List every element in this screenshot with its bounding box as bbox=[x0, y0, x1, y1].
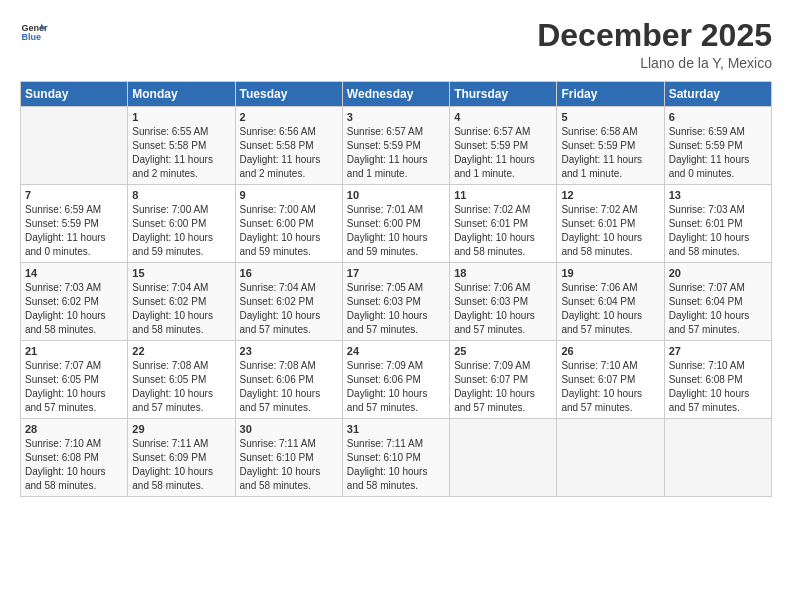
day-info: Sunrise: 7:07 AM Sunset: 6:05 PM Dayligh… bbox=[25, 359, 123, 415]
day-cell bbox=[21, 107, 128, 185]
day-cell: 2Sunrise: 6:56 AM Sunset: 5:58 PM Daylig… bbox=[235, 107, 342, 185]
col-header-sunday: Sunday bbox=[21, 82, 128, 107]
day-info: Sunrise: 7:03 AM Sunset: 6:01 PM Dayligh… bbox=[669, 203, 767, 259]
day-number: 5 bbox=[561, 111, 659, 123]
day-number: 27 bbox=[669, 345, 767, 357]
header: General Blue December 2025 Llano de la Y… bbox=[20, 18, 772, 71]
day-cell: 13Sunrise: 7:03 AM Sunset: 6:01 PM Dayli… bbox=[664, 185, 771, 263]
col-header-friday: Friday bbox=[557, 82, 664, 107]
day-info: Sunrise: 7:06 AM Sunset: 6:03 PM Dayligh… bbox=[454, 281, 552, 337]
day-cell: 28Sunrise: 7:10 AM Sunset: 6:08 PM Dayli… bbox=[21, 419, 128, 497]
day-number: 2 bbox=[240, 111, 338, 123]
day-cell: 26Sunrise: 7:10 AM Sunset: 6:07 PM Dayli… bbox=[557, 341, 664, 419]
day-cell: 14Sunrise: 7:03 AM Sunset: 6:02 PM Dayli… bbox=[21, 263, 128, 341]
day-info: Sunrise: 7:01 AM Sunset: 6:00 PM Dayligh… bbox=[347, 203, 445, 259]
day-cell: 24Sunrise: 7:09 AM Sunset: 6:06 PM Dayli… bbox=[342, 341, 449, 419]
day-cell: 19Sunrise: 7:06 AM Sunset: 6:04 PM Dayli… bbox=[557, 263, 664, 341]
day-number: 4 bbox=[454, 111, 552, 123]
day-cell: 15Sunrise: 7:04 AM Sunset: 6:02 PM Dayli… bbox=[128, 263, 235, 341]
day-number: 26 bbox=[561, 345, 659, 357]
day-info: Sunrise: 7:02 AM Sunset: 6:01 PM Dayligh… bbox=[561, 203, 659, 259]
calendar-page: General Blue December 2025 Llano de la Y… bbox=[0, 0, 792, 612]
day-number: 20 bbox=[669, 267, 767, 279]
day-number: 11 bbox=[454, 189, 552, 201]
day-info: Sunrise: 7:09 AM Sunset: 6:07 PM Dayligh… bbox=[454, 359, 552, 415]
week-row-2: 7Sunrise: 6:59 AM Sunset: 5:59 PM Daylig… bbox=[21, 185, 772, 263]
location: Llano de la Y, Mexico bbox=[537, 55, 772, 71]
day-number: 12 bbox=[561, 189, 659, 201]
day-number: 18 bbox=[454, 267, 552, 279]
day-cell: 21Sunrise: 7:07 AM Sunset: 6:05 PM Dayli… bbox=[21, 341, 128, 419]
header-row: SundayMondayTuesdayWednesdayThursdayFrid… bbox=[21, 82, 772, 107]
day-number: 1 bbox=[132, 111, 230, 123]
day-info: Sunrise: 6:59 AM Sunset: 5:59 PM Dayligh… bbox=[669, 125, 767, 181]
day-number: 14 bbox=[25, 267, 123, 279]
day-number: 17 bbox=[347, 267, 445, 279]
day-info: Sunrise: 7:10 AM Sunset: 6:07 PM Dayligh… bbox=[561, 359, 659, 415]
day-info: Sunrise: 7:02 AM Sunset: 6:01 PM Dayligh… bbox=[454, 203, 552, 259]
day-cell: 16Sunrise: 7:04 AM Sunset: 6:02 PM Dayli… bbox=[235, 263, 342, 341]
day-cell: 4Sunrise: 6:57 AM Sunset: 5:59 PM Daylig… bbox=[450, 107, 557, 185]
day-info: Sunrise: 7:00 AM Sunset: 6:00 PM Dayligh… bbox=[132, 203, 230, 259]
day-number: 9 bbox=[240, 189, 338, 201]
day-number: 19 bbox=[561, 267, 659, 279]
day-number: 30 bbox=[240, 423, 338, 435]
week-row-4: 21Sunrise: 7:07 AM Sunset: 6:05 PM Dayli… bbox=[21, 341, 772, 419]
month-title: December 2025 bbox=[537, 18, 772, 53]
day-info: Sunrise: 7:08 AM Sunset: 6:05 PM Dayligh… bbox=[132, 359, 230, 415]
col-header-wednesday: Wednesday bbox=[342, 82, 449, 107]
col-header-monday: Monday bbox=[128, 82, 235, 107]
day-cell: 22Sunrise: 7:08 AM Sunset: 6:05 PM Dayli… bbox=[128, 341, 235, 419]
day-info: Sunrise: 7:03 AM Sunset: 6:02 PM Dayligh… bbox=[25, 281, 123, 337]
day-info: Sunrise: 7:04 AM Sunset: 6:02 PM Dayligh… bbox=[132, 281, 230, 337]
day-number: 25 bbox=[454, 345, 552, 357]
day-number: 13 bbox=[669, 189, 767, 201]
day-cell: 9Sunrise: 7:00 AM Sunset: 6:00 PM Daylig… bbox=[235, 185, 342, 263]
day-info: Sunrise: 6:57 AM Sunset: 5:59 PM Dayligh… bbox=[454, 125, 552, 181]
day-number: 7 bbox=[25, 189, 123, 201]
col-header-thursday: Thursday bbox=[450, 82, 557, 107]
day-number: 23 bbox=[240, 345, 338, 357]
title-block: December 2025 Llano de la Y, Mexico bbox=[537, 18, 772, 71]
day-info: Sunrise: 6:55 AM Sunset: 5:58 PM Dayligh… bbox=[132, 125, 230, 181]
day-cell: 12Sunrise: 7:02 AM Sunset: 6:01 PM Dayli… bbox=[557, 185, 664, 263]
day-cell: 29Sunrise: 7:11 AM Sunset: 6:09 PM Dayli… bbox=[128, 419, 235, 497]
day-info: Sunrise: 7:00 AM Sunset: 6:00 PM Dayligh… bbox=[240, 203, 338, 259]
day-info: Sunrise: 7:08 AM Sunset: 6:06 PM Dayligh… bbox=[240, 359, 338, 415]
day-info: Sunrise: 6:57 AM Sunset: 5:59 PM Dayligh… bbox=[347, 125, 445, 181]
day-cell: 18Sunrise: 7:06 AM Sunset: 6:03 PM Dayli… bbox=[450, 263, 557, 341]
day-number: 15 bbox=[132, 267, 230, 279]
day-info: Sunrise: 7:11 AM Sunset: 6:10 PM Dayligh… bbox=[347, 437, 445, 493]
day-number: 28 bbox=[25, 423, 123, 435]
day-cell: 5Sunrise: 6:58 AM Sunset: 5:59 PM Daylig… bbox=[557, 107, 664, 185]
day-cell: 25Sunrise: 7:09 AM Sunset: 6:07 PM Dayli… bbox=[450, 341, 557, 419]
day-number: 16 bbox=[240, 267, 338, 279]
day-number: 29 bbox=[132, 423, 230, 435]
day-cell bbox=[450, 419, 557, 497]
calendar-table: SundayMondayTuesdayWednesdayThursdayFrid… bbox=[20, 81, 772, 497]
day-info: Sunrise: 7:10 AM Sunset: 6:08 PM Dayligh… bbox=[669, 359, 767, 415]
day-number: 31 bbox=[347, 423, 445, 435]
day-number: 6 bbox=[669, 111, 767, 123]
week-row-3: 14Sunrise: 7:03 AM Sunset: 6:02 PM Dayli… bbox=[21, 263, 772, 341]
svg-text:Blue: Blue bbox=[21, 32, 41, 42]
day-info: Sunrise: 6:56 AM Sunset: 5:58 PM Dayligh… bbox=[240, 125, 338, 181]
day-number: 3 bbox=[347, 111, 445, 123]
week-row-1: 1Sunrise: 6:55 AM Sunset: 5:58 PM Daylig… bbox=[21, 107, 772, 185]
week-row-5: 28Sunrise: 7:10 AM Sunset: 6:08 PM Dayli… bbox=[21, 419, 772, 497]
logo-icon: General Blue bbox=[20, 18, 48, 46]
day-info: Sunrise: 7:11 AM Sunset: 6:09 PM Dayligh… bbox=[132, 437, 230, 493]
day-info: Sunrise: 7:07 AM Sunset: 6:04 PM Dayligh… bbox=[669, 281, 767, 337]
day-cell: 27Sunrise: 7:10 AM Sunset: 6:08 PM Dayli… bbox=[664, 341, 771, 419]
day-number: 21 bbox=[25, 345, 123, 357]
day-cell: 31Sunrise: 7:11 AM Sunset: 6:10 PM Dayli… bbox=[342, 419, 449, 497]
col-header-tuesday: Tuesday bbox=[235, 82, 342, 107]
day-cell: 7Sunrise: 6:59 AM Sunset: 5:59 PM Daylig… bbox=[21, 185, 128, 263]
day-info: Sunrise: 7:09 AM Sunset: 6:06 PM Dayligh… bbox=[347, 359, 445, 415]
col-header-saturday: Saturday bbox=[664, 82, 771, 107]
day-cell: 23Sunrise: 7:08 AM Sunset: 6:06 PM Dayli… bbox=[235, 341, 342, 419]
day-cell: 20Sunrise: 7:07 AM Sunset: 6:04 PM Dayli… bbox=[664, 263, 771, 341]
day-cell: 17Sunrise: 7:05 AM Sunset: 6:03 PM Dayli… bbox=[342, 263, 449, 341]
day-cell: 10Sunrise: 7:01 AM Sunset: 6:00 PM Dayli… bbox=[342, 185, 449, 263]
day-cell: 11Sunrise: 7:02 AM Sunset: 6:01 PM Dayli… bbox=[450, 185, 557, 263]
